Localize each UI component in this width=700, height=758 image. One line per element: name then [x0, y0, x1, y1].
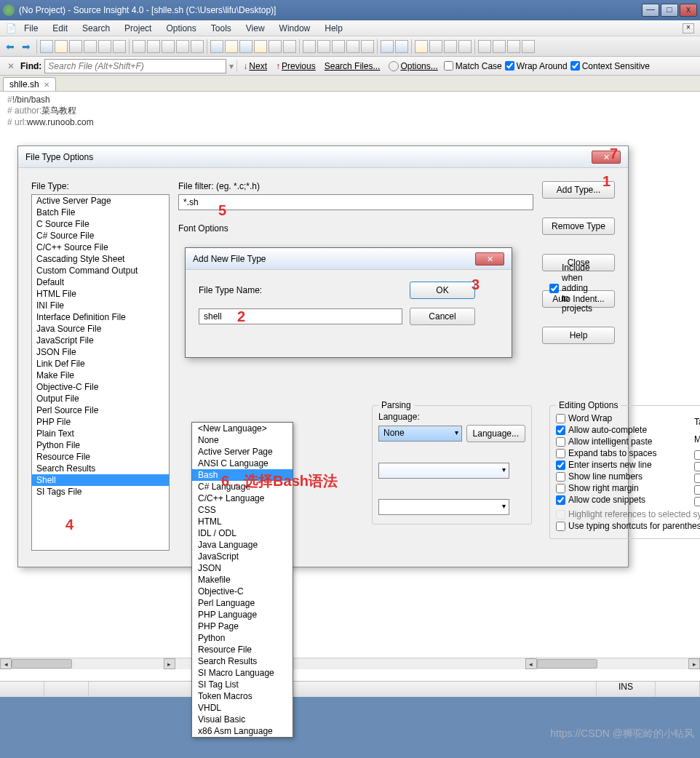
include-projects-checkbox[interactable]: Include when adding to projects: [549, 263, 592, 314]
menu-tools[interactable]: Tools: [204, 22, 239, 35]
back-icon[interactable]: ⬅: [3, 41, 17, 52]
file-type-item[interactable]: Link Def File: [32, 358, 169, 370]
file-type-item[interactable]: Output File: [32, 393, 169, 404]
language-item[interactable]: C/C++ Language: [192, 492, 293, 504]
tool-open-icon[interactable]: [40, 40, 53, 53]
tool-r-icon[interactable]: [478, 40, 491, 53]
tool-h-icon[interactable]: [317, 40, 330, 53]
file-type-item[interactable]: Perl Source File: [32, 404, 169, 416]
find-prev-button[interactable]: ↑Previous: [273, 61, 319, 71]
use-overview-checkbox[interactable]: Use Overview: [694, 484, 700, 495]
editor-scrollbar-h[interactable]: ◂▸ ◂▸: [0, 658, 700, 669]
tool-u-icon[interactable]: [522, 40, 535, 53]
auto-complete-checkbox[interactable]: Allow auto-complete: [556, 425, 680, 435]
tool-q-icon[interactable]: [458, 40, 472, 53]
intelligent-paste-checkbox[interactable]: Allow intelligent paste: [556, 436, 680, 447]
visible-spaces-checkbox[interactable]: Visible spaces: [694, 461, 700, 471]
menu-view[interactable]: View: [239, 22, 272, 35]
language-item[interactable]: HTML: [192, 516, 293, 527]
language-item[interactable]: CSS: [192, 504, 293, 516]
file-type-item[interactable]: Java Source File: [32, 323, 169, 335]
menu-help[interactable]: Help: [317, 22, 350, 35]
file-type-item[interactable]: Python File: [32, 439, 169, 451]
tool-redo-icon[interactable]: [191, 40, 204, 53]
add-type-button[interactable]: Add Type...: [542, 181, 615, 199]
file-type-listbox[interactable]: Active Server PageBatch FileC Source Fil…: [31, 194, 170, 551]
file-type-item[interactable]: Batch File: [32, 207, 169, 218]
tool-folder-icon[interactable]: [55, 40, 68, 53]
tool-save-icon[interactable]: [69, 40, 82, 53]
language-item[interactable]: None: [192, 434, 293, 446]
search-options-button[interactable]: Options...: [386, 61, 440, 71]
dialog-close-icon[interactable]: ✕: [592, 151, 621, 164]
tool-cut-icon[interactable]: [132, 40, 146, 53]
dialog-titlebar[interactable]: File Type Options ✕: [18, 146, 628, 168]
dialog2-titlebar[interactable]: Add New File Type ✕: [186, 248, 512, 270]
language-item[interactable]: Java Language: [192, 539, 293, 551]
language-item[interactable]: x86 Asm Language: [192, 725, 293, 737]
menu-window[interactable]: Window: [272, 22, 318, 35]
tool-undo-icon[interactable]: [176, 40, 189, 53]
file-type-item[interactable]: JSON File: [32, 346, 169, 358]
page-breaks-checkbox[interactable]: Show page breaks: [694, 496, 700, 506]
tool-m-icon[interactable]: [395, 40, 408, 53]
language-item[interactable]: C# Language: [192, 481, 293, 492]
tab-close-icon[interactable]: ✕: [44, 81, 49, 89]
ok-button[interactable]: OK: [410, 282, 475, 299]
tool-c-icon[interactable]: [239, 40, 252, 53]
close-button[interactable]: x: [680, 4, 697, 17]
file-type-item[interactable]: Interface Definition File: [32, 311, 169, 323]
find-next-button[interactable]: ↓Next: [240, 61, 270, 71]
file-type-item[interactable]: HTML File: [32, 288, 169, 300]
file-type-item[interactable]: C Source File: [32, 218, 169, 230]
tool-saveall-icon[interactable]: [84, 40, 97, 53]
file-type-item[interactable]: Cascading Style Sheet: [32, 253, 169, 265]
file-type-item[interactable]: Resource File: [32, 451, 169, 463]
file-type-item[interactable]: C/C++ Source File: [32, 242, 169, 253]
file-type-item[interactable]: PHP File: [32, 416, 169, 428]
visible-tabs-checkbox[interactable]: Visible tabs: [694, 450, 700, 460]
tool-b-icon[interactable]: [225, 40, 238, 53]
language-item[interactable]: Token Macros: [192, 690, 293, 702]
language-item[interactable]: Search Results: [192, 655, 293, 667]
language-item[interactable]: SI Tag List: [192, 679, 293, 690]
language-item[interactable]: Resource File: [192, 644, 293, 655]
tool-paste-icon[interactable]: [162, 40, 175, 53]
code-snippets-checkbox[interactable]: Allow code snippets: [556, 495, 680, 505]
language-item[interactable]: PHP Page: [192, 621, 293, 632]
find-input[interactable]: [44, 59, 226, 73]
file-type-item[interactable]: Shell: [32, 474, 169, 486]
file-type-item[interactable]: Objective-C File: [32, 381, 169, 393]
tool-1-icon[interactable]: [113, 40, 126, 53]
menu-search[interactable]: Search: [75, 22, 117, 35]
language-item[interactable]: ANSI C Language: [192, 458, 293, 469]
tool-copy-icon[interactable]: [147, 40, 160, 53]
typing-shortcuts-checkbox[interactable]: Use typing shortcuts for parentheses and…: [556, 521, 700, 531]
symbol-window-checkbox[interactable]: Symbol Window: [694, 473, 700, 483]
language-item[interactable]: JavaScript: [192, 551, 293, 562]
file-type-item[interactable]: JavaScript File: [32, 335, 169, 346]
file-type-item[interactable]: Custom Command Output: [32, 265, 169, 276]
language-item[interactable]: <New Language>: [192, 423, 293, 434]
file-type-item[interactable]: Plain Text: [32, 428, 169, 439]
language-item[interactable]: JSON: [192, 562, 293, 574]
file-type-item[interactable]: SI Tags File: [32, 486, 169, 498]
remove-type-button[interactable]: Remove Type: [542, 218, 615, 235]
tool-g-icon[interactable]: [303, 40, 316, 53]
tool-d-icon[interactable]: [254, 40, 267, 53]
menu-edit[interactable]: Edit: [45, 22, 75, 35]
language-item[interactable]: SI Macro Language: [192, 667, 293, 679]
tertiary-combo[interactable]: [378, 499, 509, 515]
line-numbers-checkbox[interactable]: Show line numbers: [556, 471, 680, 482]
tool-l-icon[interactable]: [381, 40, 394, 53]
language-item[interactable]: Bash: [192, 469, 293, 481]
language-item[interactable]: VHDL: [192, 702, 293, 714]
file-type-item[interactable]: C# Source File: [32, 230, 169, 242]
file-filter-input[interactable]: [178, 194, 533, 210]
file-type-item[interactable]: INI File: [32, 300, 169, 311]
language-item[interactable]: Active Server Page: [192, 446, 293, 458]
match-case-checkbox[interactable]: Match Case: [444, 61, 502, 71]
file-type-item[interactable]: Active Server Page: [32, 195, 169, 207]
tab-file[interactable]: shlle.sh ✕: [3, 77, 56, 91]
tool-o-icon[interactable]: [429, 40, 442, 53]
